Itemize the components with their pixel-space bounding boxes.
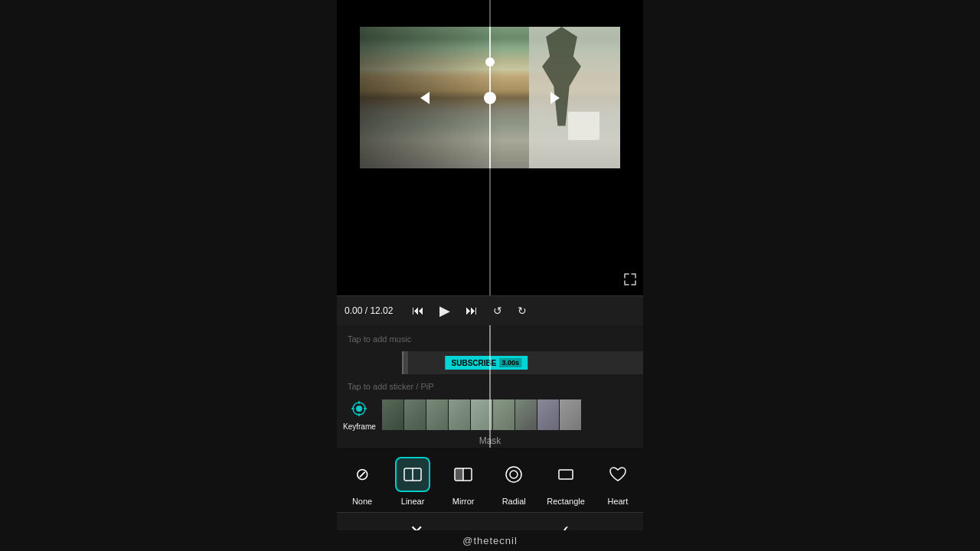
- subscribe-track[interactable]: SUBSCRIBE 3.00s: [402, 351, 643, 374]
- film-frame-2: [404, 399, 426, 430]
- mask-radial-icon: [503, 464, 524, 485]
- redo-button[interactable]: ↻: [516, 303, 528, 318]
- time-total: 12.02: [370, 305, 393, 316]
- svg-point-12: [510, 471, 518, 478]
- subscribe-duration: 3.00s: [499, 358, 521, 367]
- film-frame-8: [537, 399, 559, 430]
- film-frame-1: [382, 399, 403, 430]
- keyframe-icon: [351, 400, 368, 421]
- track-left-bracket: [402, 351, 408, 374]
- film-frame-7: [515, 399, 537, 430]
- mask-selector: ⊘ None Linear Mirror: [337, 448, 643, 512]
- mask-mirror-icon: [452, 464, 474, 485]
- timeline-area: Tap to add music SUBSCRIBE 3.00s Tap to …: [337, 325, 643, 448]
- controls-bar: 0.00 / 12.02 ⏮ ▶ ⏭ ↺ ↻: [337, 295, 643, 325]
- mask-rectangle-icon-wrapper: [548, 457, 583, 492]
- svg-rect-9: [455, 468, 463, 481]
- film-frame-3: [426, 399, 448, 430]
- filmstrip: [382, 399, 643, 432]
- keyframe-section[interactable]: Keyframe: [337, 397, 382, 434]
- right-sidebar: [643, 0, 980, 551]
- mask-radial-icon-wrapper: [496, 457, 531, 492]
- play-button[interactable]: ▶: [438, 301, 452, 321]
- mask-item-linear[interactable]: Linear: [389, 454, 436, 509]
- mask-mirror-icon-wrapper: [446, 457, 481, 492]
- mask-rectangle-label: Rectangle: [547, 497, 585, 506]
- mask-linear-label: Linear: [401, 497, 425, 506]
- subscribe-sticker[interactable]: SUBSCRIBE 3.00s: [446, 356, 528, 370]
- mask-item-heart[interactable]: Heart: [594, 454, 642, 509]
- sticker-track-label: Tap to add sticker / PiP: [340, 378, 442, 395]
- mask-mirror-label: Mirror: [452, 497, 475, 506]
- time-display: 0.00 / 12.02: [345, 305, 398, 316]
- preview-area: [337, 0, 643, 295]
- mask-item-none[interactable]: ⊘ None: [338, 454, 386, 509]
- mask-linear-icon: [402, 464, 423, 485]
- editor-area: 0.00 / 12.02 ⏮ ▶ ⏭ ↺ ↻ Tap to add music …: [337, 0, 643, 551]
- svg-rect-13: [559, 470, 573, 479]
- film-frame-6: [493, 399, 514, 430]
- timeline-playhead: [490, 325, 491, 448]
- watermark: @thetecnil: [337, 530, 643, 551]
- mask-linear-icon-wrapper: [395, 457, 430, 492]
- mask-heart-icon: [607, 464, 629, 485]
- skip-forward-button[interactable]: ⏭: [464, 302, 479, 319]
- film-frame-4: [449, 399, 470, 430]
- mask-heart-icon-wrapper: [600, 457, 635, 492]
- mask-handle-right-arrow[interactable]: [550, 92, 560, 104]
- mask-item-radial[interactable]: Radial: [490, 454, 537, 509]
- timeline-playhead-line: [490, 0, 491, 295]
- mask-item-rectangle[interactable]: Rectangle: [541, 454, 591, 509]
- mask-none-label: None: [352, 497, 372, 506]
- skip-back-button[interactable]: ⏮: [410, 302, 426, 319]
- undo-button[interactable]: ↺: [492, 303, 504, 318]
- keyframe-label: Keyframe: [343, 422, 376, 431]
- expand-icon[interactable]: [623, 272, 637, 289]
- svg-point-1: [356, 406, 362, 412]
- time-current: 0.00: [345, 305, 362, 316]
- mask-handle-left-arrow[interactable]: [420, 92, 430, 104]
- mask-none-icon-wrapper: ⊘: [345, 457, 380, 492]
- music-track-label: Tap to add music: [340, 331, 419, 347]
- mask-heart-label: Heart: [607, 497, 628, 506]
- film-frame-9: [560, 399, 581, 430]
- mask-rectangle-icon: [555, 464, 577, 485]
- mask-item-mirror[interactable]: Mirror: [439, 454, 487, 509]
- svg-point-11: [506, 467, 521, 482]
- left-sidebar: [0, 0, 337, 551]
- mask-none-icon: ⊘: [355, 465, 369, 484]
- mask-radial-label: Radial: [502, 497, 526, 506]
